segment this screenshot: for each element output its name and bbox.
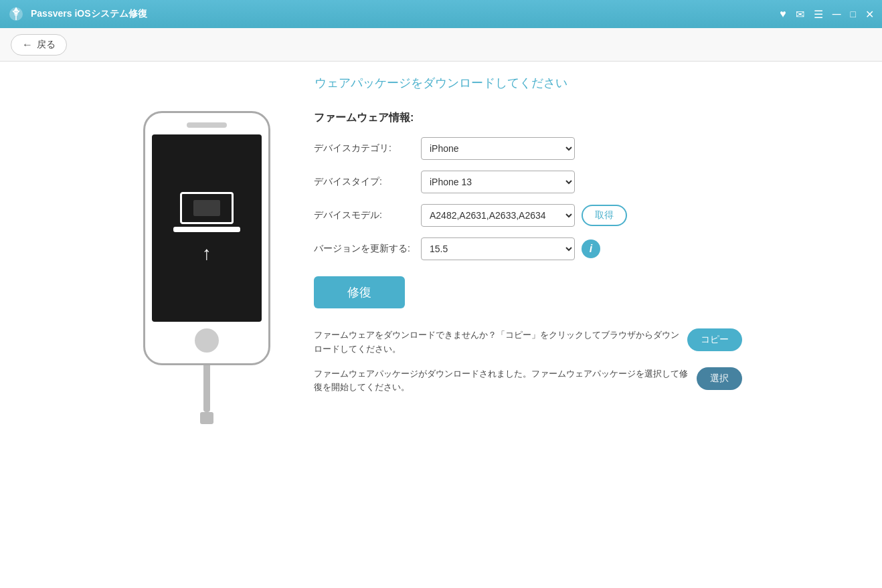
device-category-row: デバイスカテゴリ: iPhone	[314, 137, 742, 160]
minimize-button[interactable]: ─	[832, 7, 841, 21]
copy-description-text: ファームウェアをダウンロードできませんか？「コピー」をクリックしてブラウザからダ…	[314, 328, 681, 357]
get-button[interactable]: 取得	[582, 205, 627, 226]
device-model-control: A2482,A2631,A2633,A2634 取得	[421, 204, 627, 227]
form-area: ファームウェア情報: デバイスカテゴリ: iPhone デバイスタイプ: iPh…	[314, 111, 742, 405]
device-type-select[interactable]: iPhone 13	[421, 171, 575, 193]
info-icon[interactable]: i	[582, 239, 600, 258]
device-model-select[interactable]: A2482,A2631,A2633,A2634	[421, 204, 575, 227]
copy-row: ファームウェアをダウンロードできませんか？「コピー」をクリックしてブラウザからダ…	[314, 328, 742, 357]
device-model-label: デバイスモデル:	[314, 209, 421, 221]
device-model-row: デバイスモデル: A2482,A2631,A2633,A2634 取得	[314, 204, 742, 227]
upload-arrow-icon: ↑	[202, 243, 211, 264]
toolbar: ← 戻る	[0, 28, 882, 62]
device-type-control: iPhone 13	[421, 171, 575, 193]
heart-icon[interactable]: ♥	[780, 8, 786, 20]
restore-button[interactable]: □	[851, 9, 856, 19]
app-title: Passvers iOSシステム修復	[31, 8, 147, 20]
title-bar-controls[interactable]: ♥ ✉ ☰ ─ □ ✕	[780, 7, 874, 21]
version-label: バージョンを更新する:	[314, 243, 421, 255]
phone-speaker	[187, 122, 227, 128]
device-category-control: iPhone	[421, 137, 575, 160]
cable	[203, 365, 210, 412]
device-type-row: デバイスタイプ: iPhone 13	[314, 171, 742, 193]
version-control: 15.5 i	[421, 237, 600, 260]
back-arrow-icon: ←	[22, 39, 33, 51]
back-button[interactable]: ← 戻る	[11, 34, 67, 56]
app-icon	[8, 6, 24, 22]
title-bar-left: Passvers iOSシステム修復	[8, 6, 147, 22]
device-category-select[interactable]: iPhone	[421, 137, 575, 160]
phone-home-button	[195, 328, 219, 353]
version-row: バージョンを更新する: 15.5 i	[314, 237, 742, 260]
phone-screen: ↑	[152, 134, 262, 322]
select-button[interactable]: 選択	[697, 367, 742, 390]
menu-icon[interactable]: ☰	[814, 8, 823, 21]
device-category-label: デバイスカテゴリ:	[314, 142, 421, 155]
message-icon[interactable]: ✉	[796, 8, 804, 21]
main-content: ウェアパッケージをダウンロードしてください ↑	[0, 62, 882, 588]
select-row: ファームウェアパッケージがダウンロードされました。ファームウェアパッケージを選択…	[314, 367, 742, 395]
phone-body: ↑	[143, 111, 270, 365]
phone-illustration: ↑	[140, 111, 274, 424]
svg-point-1	[14, 12, 18, 16]
firmware-section-title: ファームウェア情報:	[314, 111, 742, 125]
page-title: ウェアパッケージをダウンロードしてください	[315, 75, 567, 91]
content-area: ↑ ファームウェア情報: デバイスカテゴリ: iPhone デバイス	[140, 111, 742, 424]
back-label: 戻る	[37, 39, 56, 51]
copy-button[interactable]: コピー	[687, 328, 742, 351]
download-section: ファームウェアをダウンロードできませんか？「コピー」をクリックしてブラウザからダ…	[314, 328, 742, 395]
cable-connector	[200, 412, 213, 424]
version-select[interactable]: 15.5	[421, 237, 575, 260]
repair-button[interactable]: 修復	[314, 276, 405, 308]
close-button[interactable]: ✕	[865, 8, 874, 21]
title-bar: Passvers iOSシステム修復 ♥ ✉ ☰ ─ □ ✕	[0, 0, 882, 28]
device-type-label: デバイスタイプ:	[314, 176, 421, 188]
select-description-text: ファームウェアパッケージがダウンロードされました。ファームウェアパッケージを選択…	[314, 367, 690, 395]
